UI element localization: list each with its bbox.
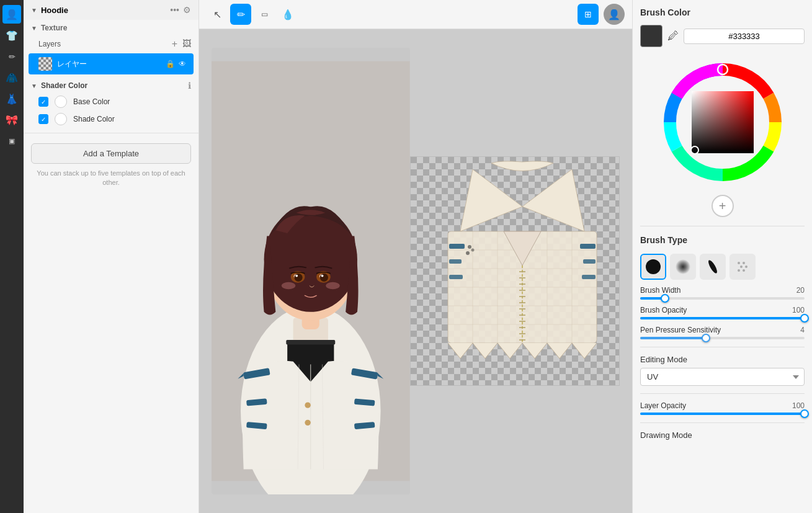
brush-width-track[interactable]	[640, 297, 805, 300]
add-layer-icon[interactable]: +	[172, 38, 177, 50]
layer-item[interactable]: レイヤー 🔒 👁	[29, 53, 194, 74]
base-color-circle[interactable]	[55, 96, 67, 108]
layers-header-left: Layers	[38, 40, 61, 48]
brush-opacity-track[interactable]	[640, 317, 805, 319]
svg-rect-62	[449, 275, 463, 279]
pen-pressure-thumb[interactable]	[702, 334, 710, 342]
avatar-view-button[interactable]: 👤	[604, 4, 625, 25]
avatar-canvas[interactable]	[212, 48, 410, 494]
pants-icon[interactable]: 🧥	[2, 68, 21, 87]
right-panel: Brush Color 🖉 #333333	[632, 0, 812, 513]
shade-color-circle[interactable]	[55, 113, 67, 125]
texture-subsection: ▼ Texture Layers + 🖼 レイヤー 🔒 👁	[24, 20, 199, 74]
svg-rect-63	[580, 244, 596, 249]
eyedropper-tool-button[interactable]: 💧	[277, 4, 298, 25]
hex-input[interactable]: #333333	[684, 29, 805, 44]
brush-width-thumb[interactable]	[661, 294, 669, 303]
select-tool-button[interactable]: ↖	[207, 4, 228, 25]
uv-canvas[interactable]	[410, 156, 620, 386]
pen-tool-button[interactable]: ✏	[230, 4, 251, 25]
svg-point-27	[282, 282, 296, 289]
add-color-button[interactable]: +	[712, 195, 734, 217]
base-color-option: ✓ Base Color	[24, 93, 199, 110]
eyedropper-tool-icon: 💧	[282, 9, 294, 20]
hard-brush-button[interactable]	[640, 254, 666, 280]
svg-rect-4	[286, 340, 335, 345]
shirt-icon[interactable]: 👕	[2, 26, 21, 45]
hard-brush-icon	[645, 258, 662, 275]
svg-rect-64	[583, 259, 596, 264]
layer-opacity-track[interactable]	[640, 413, 805, 415]
shader-section: ▼ Shader Color ℹ ✓ Base Color ✓ Shade C	[24, 76, 199, 133]
hoodie-section: ▼ Hoodie ••• ⚙ ▼ Texture Layers + 🖼	[24, 0, 199, 133]
add-template-button[interactable]: Add a Template	[31, 143, 191, 164]
hoodie-title: Hoodie	[41, 6, 68, 15]
shader-header[interactable]: ▼ Shader Color ℹ	[24, 78, 199, 93]
settings-icon[interactable]: ⚙	[183, 5, 191, 15]
avatar-icon[interactable]: 👤	[2, 5, 21, 24]
layer-eye-icon[interactable]: 👁	[179, 60, 186, 68]
divider-3	[640, 393, 805, 394]
svg-rect-61	[449, 259, 462, 264]
hoodie-chevron: ▼	[31, 7, 37, 14]
left-panel: ▼ Hoodie ••• ⚙ ▼ Texture Layers + 🖼	[24, 0, 199, 513]
texture-brush-icon	[734, 258, 751, 275]
brush-width-slider-row: Brush Width 20	[640, 286, 805, 300]
eyedropper-icon[interactable]: 🖉	[667, 30, 679, 43]
brush-opacity-slider-row: Brush Opacity 100	[640, 306, 805, 319]
svg-point-26	[321, 275, 324, 277]
editing-mode-section: Editing Mode UV 3D	[640, 355, 805, 386]
layer-opacity-thumb[interactable]	[800, 409, 809, 418]
svg-point-75	[707, 259, 719, 275]
brush-color-title: Brush Color	[640, 7, 805, 17]
svg-point-68	[466, 251, 470, 255]
shader-info-icon[interactable]: ℹ	[188, 81, 191, 91]
texture-brush-button[interactable]	[729, 254, 756, 280]
brush-opacity-value: 100	[792, 306, 805, 314]
color-wheel-svg[interactable]	[658, 57, 788, 187]
svg-point-8	[305, 402, 310, 408]
select-tool-icon: ↖	[213, 9, 221, 20]
layer-lock-icon[interactable]: 🔒	[166, 60, 175, 68]
toolbar-right: ⊞ 👤	[578, 4, 625, 25]
toolbar: ↖ ✏ ▭ 💧 ⊞ 👤	[199, 0, 632, 29]
shade-color-checkbox[interactable]: ✓	[38, 114, 48, 124]
grid-view-button[interactable]: ⊞	[578, 4, 599, 25]
editing-mode-select[interactable]: UV 3D	[640, 368, 805, 386]
brush-color-area: Brush Color 🖉 #333333	[640, 7, 805, 217]
drawing-mode-section: Drawing Mode	[640, 430, 805, 440]
pen-pressure-value: 4	[800, 326, 805, 334]
color-swatch[interactable]	[640, 25, 663, 47]
layers-label: Layers	[38, 40, 61, 48]
pen-pressure-fill	[640, 337, 706, 339]
calligraphy-brush-button[interactable]	[700, 254, 726, 280]
brush-type-title: Brush Type	[640, 235, 805, 245]
color-wheel-container[interactable]	[640, 55, 805, 190]
soft-brush-icon	[674, 258, 692, 275]
base-color-checkbox[interactable]: ✓	[38, 97, 48, 107]
svg-point-77	[743, 262, 745, 264]
template-hint: You can stack up to five templates on to…	[31, 169, 191, 188]
import-layer-icon[interactable]: 🖼	[182, 38, 191, 50]
layer-name: レイヤー	[57, 59, 161, 69]
svg-point-76	[738, 262, 740, 264]
texture-header[interactable]: ▼ Texture	[24, 20, 199, 36]
brush-opacity-thumb[interactable]	[800, 314, 809, 323]
more-icon[interactable]: •••	[170, 5, 179, 15]
hoodie-header[interactable]: ▼ Hoodie ••• ⚙	[24, 0, 199, 20]
svg-point-28	[326, 282, 340, 289]
eraser-tool-button[interactable]: ▭	[254, 4, 275, 25]
soft-brush-button[interactable]	[670, 254, 696, 280]
dress-icon[interactable]: 👗	[2, 89, 21, 108]
accessory-icon[interactable]: 🎀	[2, 110, 21, 129]
texture-label: Texture	[41, 24, 67, 32]
layers-side-icon[interactable]: ▣	[2, 132, 21, 150]
pen-pressure-track[interactable]	[640, 337, 805, 339]
layer-opacity-label: Layer Opacity	[640, 401, 686, 410]
shade-color-check: ✓	[41, 116, 46, 123]
pen-pressure-label-row: Pen Pressure Sensitivity 4	[640, 326, 805, 334]
eraser-side-icon[interactable]: ✏	[2, 47, 21, 66]
brush-width-label-row: Brush Width 20	[640, 286, 805, 295]
base-color-check: ✓	[41, 99, 46, 105]
calligraphy-brush-icon	[704, 258, 721, 275]
